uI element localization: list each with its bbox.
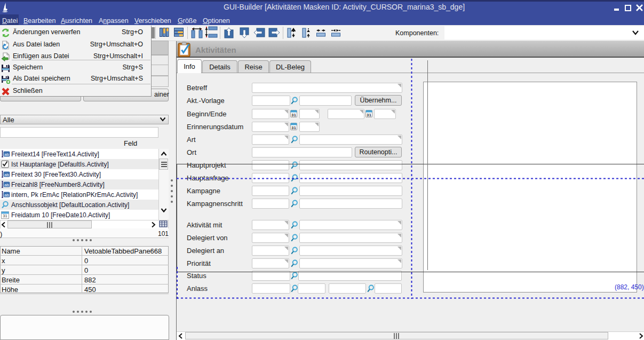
svg-text:31: 31 <box>3 214 7 218</box>
svg-text:ab: ab <box>4 172 9 177</box>
svg-text:ab: ab <box>4 152 9 157</box>
svg-text:ab: ab <box>4 183 9 187</box>
svg-text:ab: ab <box>4 193 9 197</box>
